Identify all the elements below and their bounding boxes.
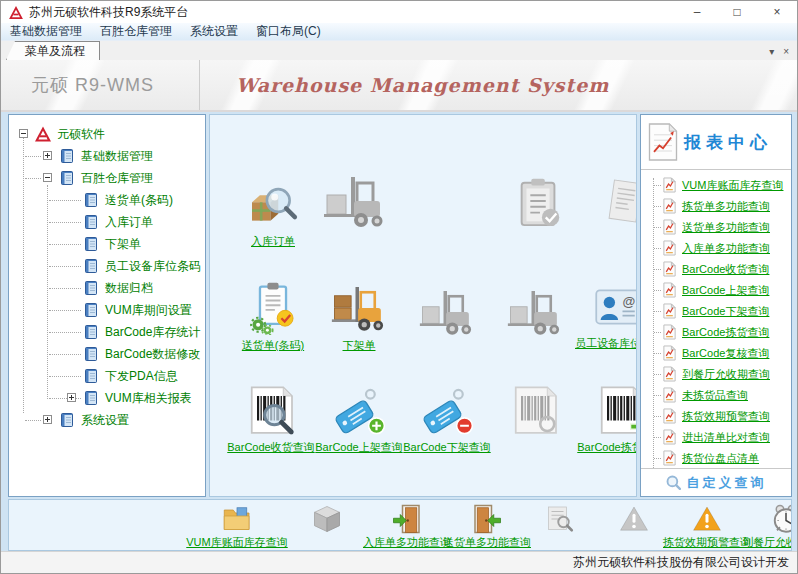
report-item[interactable]: 拣货位盘点清单 <box>641 448 791 468</box>
forklift-icon <box>419 285 475 339</box>
report-item[interactable]: BarCode收货查询 <box>641 259 791 280</box>
tag-plus-icon <box>331 383 387 437</box>
shortcut-disabled-forklift <box>402 285 492 339</box>
collapse-icon[interactable] <box>19 129 28 138</box>
custom-query-label[interactable]: 自定义查询 <box>687 474 767 492</box>
tree-node-barcode-stock[interactable]: BarCode库存统计 <box>9 321 205 343</box>
tab-tools: ▾ × <box>769 47 797 60</box>
document-icon <box>83 346 99 362</box>
report-list: VUM库账面库存查询 拣货单多功能查询 送货单多功能查询 入库单多功能查询 Ba… <box>641 170 791 468</box>
tree-node-system-settings[interactable]: 系统设置 <box>9 409 205 431</box>
collapse-icon[interactable] <box>43 173 52 182</box>
report-item[interactable]: 送货单多功能查询 <box>641 217 791 238</box>
warning-icon <box>692 504 722 534</box>
chart-document-icon <box>645 121 681 163</box>
banner-title: Warehouse Management System <box>236 74 609 96</box>
shortcut-disabled-forklift <box>310 173 400 229</box>
expand-icon[interactable] <box>43 151 52 160</box>
app-logo-icon <box>9 6 23 19</box>
tree-node-vum-period[interactable]: VUM库期间设置 <box>9 299 205 321</box>
tree-node-vum-reports[interactable]: VUM库相关报表 <box>9 387 205 409</box>
report-item[interactable]: BarCode下架查询 <box>641 301 791 322</box>
tree-node-delivery-note[interactable]: 送货单(条码) <box>9 189 205 211</box>
tree-node-employee-location[interactable]: 员工设备库位条码 <box>9 255 205 277</box>
brand-text: 元硕 R9-WMS <box>31 73 154 97</box>
barcode-magnifier-icon <box>243 383 299 437</box>
report-icon <box>662 282 677 298</box>
shortcut-takedown[interactable]: 下架单 <box>314 281 404 353</box>
shortcut-barcode-pick[interactable]: BarCode拣货查询 <box>576 383 637 455</box>
company-logo-icon <box>35 126 51 142</box>
document-icon <box>83 302 99 318</box>
report-item[interactable]: 到餐厅允收期查询 <box>641 364 791 385</box>
report-icon <box>662 177 677 193</box>
report-icon <box>662 345 677 361</box>
person-card-icon <box>591 279 637 333</box>
shortcut-disabled-clipboard <box>494 175 584 229</box>
tree-node-pda-info[interactable]: 下发PDA信息 <box>9 365 205 387</box>
report-item[interactable]: 拣货单多功能查询 <box>641 196 791 217</box>
shortcut-delivery-note[interactable]: 送货单(条码) <box>228 281 318 353</box>
shortcut-barcode-takedown[interactable]: BarCode下架查询 <box>402 383 492 455</box>
navigation-tree-panel: 元硕软件 基础数据管理 百胜仓库管理 送货单(条码) <box>8 114 206 497</box>
close-button[interactable]: × <box>757 1 797 23</box>
title-bar: 苏州元硕软件科技R9系统平台 – □ × <box>1 1 797 23</box>
menu-system-settings[interactable]: 系统设置 <box>181 23 247 40</box>
document-icon <box>83 214 99 230</box>
barcode-plus-icon <box>593 383 637 437</box>
banner: 元硕 R9-WMS Warehouse Management System <box>1 60 797 112</box>
report-center-title: 报表中心 <box>684 131 772 154</box>
report-item[interactable]: 拣货效期预警查询 <box>641 406 791 427</box>
shortcut-employee-location[interactable]: 员工设备库位条码 <box>574 279 637 351</box>
document-search-icon <box>544 504 574 534</box>
shortcut-disabled-forklift <box>490 285 580 339</box>
tree-node-root[interactable]: 元硕软件 <box>9 123 205 145</box>
report-item[interactable]: 入库单多功能查询 <box>641 238 791 259</box>
window-title: 苏州元硕软件科技R9系统平台 <box>29 4 677 21</box>
shortcut-barcode-shelve[interactable]: BarCode上架查询 <box>314 383 404 455</box>
tab-menu-and-flow[interactable]: 菜单及流程 <box>6 41 100 60</box>
report-item[interactable]: BarCode复核查询 <box>641 343 791 364</box>
report-item[interactable]: 进出清单比对查询 <box>641 427 791 448</box>
report-icon <box>662 240 677 256</box>
forklift-icon <box>317 173 393 229</box>
status-credit: 苏州元硕软件科技股份有限公司设计开发 <box>573 554 789 571</box>
report-center-header: 报表中心 <box>641 115 791 170</box>
tree-node-data-archive[interactable]: 数据归档 <box>9 277 205 299</box>
document-icon <box>83 324 99 340</box>
shortcut-inbound-order[interactable]: 入库订单 <box>228 177 318 249</box>
tab-close-icon[interactable]: × <box>783 47 789 57</box>
search-icon <box>666 475 681 490</box>
report-icon <box>662 303 677 319</box>
toolbar-vum-stock-query[interactable]: VUM库账面库存查询 <box>187 504 287 550</box>
tree-node-basic-data[interactable]: 基础数据管理 <box>9 145 205 167</box>
tree-node-inbound-order[interactable]: 入库订单 <box>9 211 205 233</box>
report-item[interactable]: BarCode拣货查询 <box>641 322 791 343</box>
shortcut-grid-panel: 入库订单 送货单(条码) 下架单 <box>209 114 637 497</box>
document-icon <box>83 236 99 252</box>
app-window: 苏州元硕软件科技R9系统平台 – □ × 基础数据管理 百胜仓库管理 系统设置 … <box>0 0 798 574</box>
tab-list-dropdown-icon[interactable]: ▾ <box>769 47 774 57</box>
report-item[interactable]: VUM库账面库存查询 <box>641 175 791 196</box>
body-row: 元硕软件 基础数据管理 百胜仓库管理 送货单(条码) <box>8 114 792 497</box>
menu-basic-data[interactable]: 基础数据管理 <box>1 23 91 40</box>
report-icon <box>662 408 677 424</box>
tree-node-barcode-modify[interactable]: BarCode数据修改 <box>9 343 205 365</box>
door-out-icon <box>472 504 502 534</box>
expand-icon[interactable] <box>67 393 76 402</box>
clipboard-check-icon <box>511 175 567 229</box>
report-item[interactable]: 未拣货品查询 <box>641 385 791 406</box>
shortcut-barcode-receive[interactable]: BarCode收货查询 <box>226 383 316 455</box>
menu-window-layout[interactable]: 窗口布局(C) <box>247 23 330 40</box>
menu-warehouse[interactable]: 百胜仓库管理 <box>91 23 181 40</box>
maximize-button[interactable]: □ <box>717 1 757 23</box>
tree-node-takedown[interactable]: 下架单 <box>9 233 205 255</box>
minimize-button[interactable]: – <box>677 1 717 23</box>
report-icon <box>662 429 677 445</box>
report-item[interactable]: BarCode上架查询 <box>641 280 791 301</box>
custom-query-bar[interactable]: 自定义查询 <box>641 468 791 496</box>
toolbar-restaurant-period-query[interactable]: 到餐厅允收期查询 <box>731 504 792 550</box>
expand-icon[interactable] <box>43 415 52 424</box>
box-magnifier-icon <box>245 177 301 231</box>
tree-node-warehouse-mgmt[interactable]: 百胜仓库管理 <box>9 167 205 189</box>
